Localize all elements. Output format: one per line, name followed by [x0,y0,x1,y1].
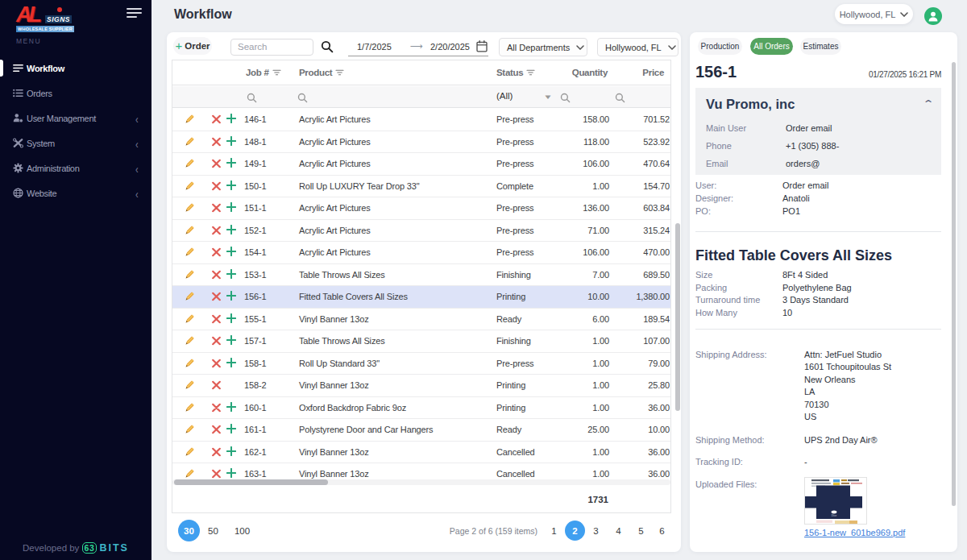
svg-text:Dior: Dior [832,514,837,517]
